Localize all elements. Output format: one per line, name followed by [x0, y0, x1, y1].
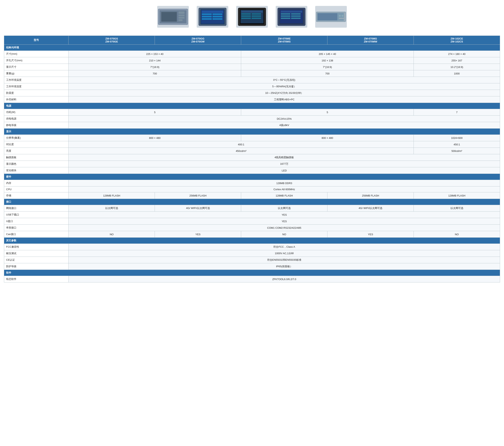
row-cell: 800 × 480	[241, 135, 414, 141]
table-header-row: 型号 ZM-070GS ZM-070GE ZM-070GG ZM-070GW Z…	[4, 36, 500, 45]
row-cell: 128MB DDR3	[69, 180, 500, 186]
row-label: 工作环境湿度	[4, 83, 69, 90]
row-cell: 4G/ WIFI/以太网可选	[155, 205, 241, 212]
table-row: 显示尺寸7"(16:9)7"(16:9)10.2"(16:9)	[4, 64, 500, 70]
svg-rect-35	[291, 13, 301, 15]
row-cell: 192 × 138	[241, 57, 414, 64]
row-cell: LED	[69, 167, 500, 174]
table-row: FCC兼容性符合FCC，Class A	[4, 244, 500, 250]
svg-rect-18	[213, 18, 222, 20]
product-images-row	[4, 4, 500, 32]
header-col-3: ZM-070ME ZM-070MS	[241, 36, 327, 45]
row-cell: Cortex A8 600MHz	[69, 186, 500, 192]
row-label: U盘口	[4, 218, 69, 225]
section-header-row: 接口	[4, 199, 500, 205]
row-label: 开孔尺寸(mm)	[4, 57, 69, 64]
table-row: USB下载口YES	[4, 212, 500, 218]
svg-rect-16	[213, 16, 222, 18]
section-header-row: 软件	[4, 270, 500, 276]
svg-point-44	[342, 15, 343, 17]
svg-rect-17	[202, 18, 212, 20]
row-label: 工作环境温度	[4, 77, 69, 83]
row-cell: 128MB FLASH	[69, 192, 155, 199]
row-cell: 255× 167	[414, 57, 500, 64]
row-cell: 4级±8kV	[69, 122, 500, 129]
row-label: 防护等级	[4, 263, 69, 270]
product-image-5	[315, 6, 347, 28]
svg-rect-14	[213, 13, 222, 15]
row-cell: 800 × 480	[69, 135, 241, 141]
row-cell: 符合EN55032和EN55035标准	[69, 257, 500, 263]
row-label: 显示尺寸	[4, 64, 69, 70]
table-row: 静电等级4级±8kV	[4, 122, 500, 129]
table-row: 开孔尺寸(mm)210 × 144192 × 138255× 167	[4, 57, 500, 64]
row-cell: YES	[69, 218, 500, 225]
row-label: 触摸面板	[4, 154, 69, 161]
row-cell: 700	[69, 70, 241, 77]
row-cell: 128MB FLASH	[241, 192, 327, 199]
product-image-4	[276, 6, 307, 28]
section-header-row: 结构与环境	[4, 45, 500, 51]
header-col-4: ZM-070MG ZM-070MW	[327, 36, 414, 45]
row-cell: YES	[155, 231, 241, 238]
svg-rect-15	[202, 16, 212, 18]
row-cell: 4线高精度触摸板	[69, 154, 500, 161]
row-cell: 500cd/m²	[414, 148, 500, 154]
row-label: Can接口	[4, 231, 69, 238]
row-cell: 5	[69, 109, 241, 116]
section-header-row: 硬件	[4, 174, 500, 180]
svg-rect-25	[252, 13, 261, 15]
row-label: 分辨率(像素)	[4, 135, 69, 141]
row-cell: COM1 COM2:RS232/422/485	[69, 225, 500, 231]
row-cell: 以太网可选	[69, 205, 155, 212]
svg-rect-36	[281, 15, 290, 17]
row-cell: 5	[241, 109, 414, 116]
row-cell: 450:1	[414, 141, 500, 148]
table-row: 防护等级IP65(前面板）	[4, 263, 500, 270]
row-cell: 225 × 153 × 40	[69, 51, 241, 57]
row-cell: 4G/ WIFI/以太网可选	[327, 205, 414, 212]
table-row: 耐压测试1000V AC,1分钟	[4, 250, 500, 257]
row-cell: NO	[241, 231, 327, 238]
section-header-row: 其它参数	[4, 238, 500, 244]
svg-rect-29	[252, 18, 261, 19]
table-row: 外壳材料工程塑料ABS+PC	[4, 96, 500, 103]
row-cell: YES	[327, 231, 414, 238]
svg-rect-23	[241, 11, 263, 13]
svg-rect-13	[202, 13, 212, 15]
svg-rect-37	[291, 15, 301, 17]
table-row: 串形接口COM1 COM2:RS232/422/485	[4, 225, 500, 231]
svg-rect-5	[179, 15, 184, 16]
row-cell: 10.2"(16:9)	[414, 64, 500, 70]
row-label: 功耗(W)	[4, 109, 69, 116]
row-label: 尺寸(mm)	[4, 51, 69, 57]
row-label: CE认证	[4, 257, 69, 263]
product-image-3	[236, 6, 268, 28]
row-label: 内存	[4, 180, 69, 186]
svg-rect-26	[241, 15, 251, 17]
row-label: 背光模块	[4, 167, 69, 174]
table-row: 存储128MB FLASH256MB FLASH128MB FLASH256MB…	[4, 192, 500, 199]
table-row: 分辨率(像素)800 × 480800 × 4801024×600	[4, 135, 500, 141]
svg-rect-33	[281, 11, 302, 13]
row-label: 重量(g)	[4, 70, 69, 77]
row-label: 防震度	[4, 90, 69, 96]
row-cell: 5～95%RH(无冷凝）	[69, 83, 500, 90]
svg-rect-42	[318, 13, 337, 20]
table-row: 尺寸(mm)225 × 153 × 40205 × 145 × 40274 × …	[4, 51, 500, 57]
row-cell: 1000V AC,1分钟	[69, 250, 500, 257]
row-cell: 符合FCC，Class A	[69, 244, 500, 250]
row-label: 耐压测试	[4, 250, 69, 257]
row-label: 静电等级	[4, 122, 69, 129]
row-cell: 1024×600	[414, 135, 500, 141]
table-row: 显示颜色1677万	[4, 161, 500, 167]
table-row: 供电电源DC24V±15%	[4, 116, 500, 122]
row-label: 显示颜色	[4, 161, 69, 167]
row-cell: 7"(16:9)	[241, 64, 414, 70]
section-header-row: 显示	[4, 129, 500, 135]
svg-rect-24	[241, 13, 251, 15]
section-header-row: 电源	[4, 103, 500, 109]
product-image-2	[197, 6, 228, 28]
svg-rect-6	[179, 17, 184, 18]
svg-rect-3	[162, 12, 177, 21]
